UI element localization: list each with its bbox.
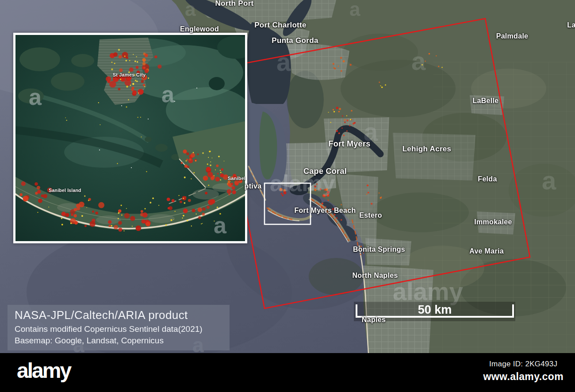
scale-bar: 50 km [354,302,515,321]
svg-text:a: a [161,81,175,107]
inset-damage-map: a a a [13,33,247,243]
scale-bar-label: 50 km [418,303,452,316]
attribution-basemap: Basemap: Google, Landsat, Copernicus [15,336,222,346]
svg-text:a: a [29,84,42,110]
attribution-box: NASA-JPL/Caltech/ARIA product Contains m… [8,305,230,350]
svg-text:a: a [276,47,291,76]
alamy-image-id: Image ID: 2KG493J [483,360,564,369]
svg-text:a: a [364,117,378,146]
svg-text:alamy: alamy [393,277,463,305]
attribution-copernicus: Contains modified Copernicus Sentinel da… [15,324,222,334]
alamy-watermark-bar: alamy Image ID: 2KG493J www.alamy.com [0,353,575,392]
svg-text:a: a [349,0,360,20]
svg-text:a: a [542,166,556,195]
svg-text:alamy: alamy [270,170,335,196]
alamy-info-block: Image ID: 2KG493J www.alamy.com [483,360,564,383]
svg-text:a: a [214,212,227,238]
aria-damage-map-screenshot: alamy alamy a a a a a a a a 50 km [0,0,575,392]
svg-text:a: a [411,46,426,75]
svg-text:a: a [185,0,196,20]
alamy-website: www.alamy.com [483,371,564,383]
attribution-product: NASA-JPL/Caltech/ARIA product [15,309,222,322]
alamy-logo: alamy [17,358,70,383]
